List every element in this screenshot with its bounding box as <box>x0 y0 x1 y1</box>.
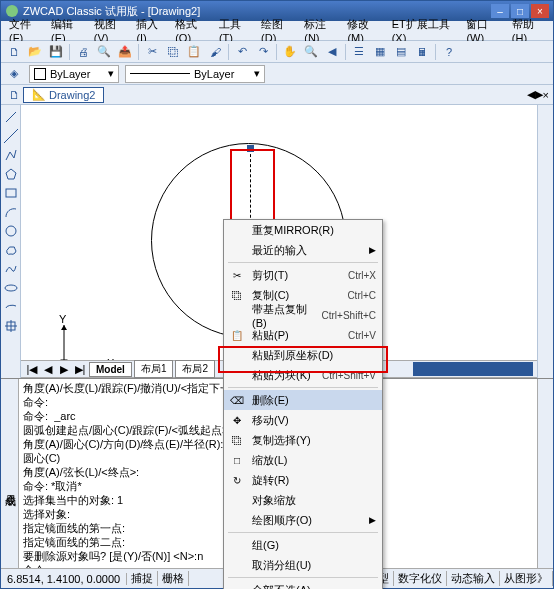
layout-tab-1[interactable]: 布局1 <box>134 360 174 378</box>
open-icon[interactable]: 📂 <box>26 43 44 61</box>
doc-name: Drawing2 <box>49 89 95 101</box>
linetype-dropdown[interactable]: ByLayer ▾ <box>125 65 265 83</box>
pan-icon[interactable]: ✋ <box>281 43 299 61</box>
menu-item-label: 全部不选(A) <box>252 583 311 590</box>
menu-separator <box>228 387 378 388</box>
spline-icon[interactable] <box>3 261 19 277</box>
properties-icon[interactable]: ☰ <box>350 43 368 61</box>
publish-icon[interactable]: 📤 <box>116 43 134 61</box>
new-icon[interactable]: 🗋 <box>5 43 23 61</box>
match-icon[interactable]: 🖌 <box>206 43 224 61</box>
color-label: ByLayer <box>50 68 90 80</box>
menu-item-label: 重复MIRROR(R) <box>252 223 334 238</box>
context-menu-item[interactable]: 粘贴到原坐标(D) <box>224 345 382 365</box>
rect-icon[interactable] <box>3 185 19 201</box>
revcloud-icon[interactable] <box>3 242 19 258</box>
context-menu-item[interactable]: 最近的输入▶ <box>224 240 382 260</box>
svg-point-6 <box>5 285 17 291</box>
svg-marker-3 <box>6 169 16 179</box>
tab-last-icon[interactable]: ▶| <box>73 363 87 376</box>
submenu-arrow-icon: ▶ <box>369 515 376 525</box>
tab-first-icon[interactable]: |◀ <box>25 363 39 376</box>
copy-icon[interactable]: ⿻ <box>164 43 182 61</box>
context-menu-item[interactable]: 重复MIRROR(R) <box>224 220 382 240</box>
context-menu-item[interactable]: 组(G) <box>224 535 382 555</box>
tab-close-icon[interactable]: × <box>543 89 549 101</box>
toolpalettes-icon[interactable]: ▤ <box>392 43 410 61</box>
menu-hotkey: Ctrl+V <box>348 330 376 341</box>
context-menu-item[interactable]: 取消分组(U) <box>224 555 382 575</box>
tab-nav-left-icon[interactable]: ◀ <box>527 88 535 101</box>
cmd-vscroll[interactable] <box>537 379 553 589</box>
status-more[interactable]: 从图形》 <box>500 571 553 586</box>
doc-icon: 🗋 <box>5 86 23 104</box>
xline-icon[interactable] <box>3 128 19 144</box>
color-dropdown[interactable]: ByLayer ▾ <box>29 65 119 83</box>
line-icon[interactable] <box>3 109 19 125</box>
context-menu-item[interactable]: 粘贴为块(K)Ctrl+Shift+V <box>224 365 382 385</box>
cut-icon[interactable]: ✂ <box>143 43 161 61</box>
arc-icon[interactable] <box>3 204 19 220</box>
context-menu-item[interactable]: ✂剪切(T)Ctrl+X <box>224 265 382 285</box>
context-menu: 重复MIRROR(R)最近的输入▶✂剪切(T)Ctrl+X⿻复制(C)Ctrl+… <box>223 219 383 589</box>
zoom-icon[interactable]: 🔍 <box>302 43 320 61</box>
designcenter-icon[interactable]: ▦ <box>371 43 389 61</box>
context-menu-item[interactable]: 对象缩放 <box>224 490 382 510</box>
zoom-prev-icon[interactable]: ◀ <box>323 43 341 61</box>
menu-item-icon: ↻ <box>230 473 244 487</box>
menu-item-icon: ⿻ <box>230 433 244 447</box>
context-menu-item[interactable]: 带基点复制(B)Ctrl+Shift+C <box>224 305 382 325</box>
print-icon[interactable]: 🖨 <box>74 43 92 61</box>
menu-item-label: 粘贴到原坐标(D) <box>252 348 333 363</box>
context-menu-item[interactable]: ⌫删除(E) <box>224 390 382 410</box>
redo-icon[interactable]: ↷ <box>254 43 272 61</box>
status-dyn[interactable]: 动态输入 <box>447 571 500 586</box>
status-snap[interactable]: 捕捉 <box>127 571 158 586</box>
menu-item-label: 粘贴为块(K) <box>252 368 311 383</box>
ellipsearc-icon[interactable] <box>3 299 19 315</box>
status-digit[interactable]: 数字化仪 <box>394 571 447 586</box>
status-grid[interactable]: 栅格 <box>158 571 189 586</box>
menu-separator <box>228 532 378 533</box>
svg-line-1 <box>6 112 16 122</box>
layer-icon[interactable]: ◈ <box>5 65 23 83</box>
menu-hotkey: Ctrl+C <box>347 290 376 301</box>
context-menu-item[interactable]: 绘图顺序(O)▶ <box>224 510 382 530</box>
menu-hotkey: Ctrl+X <box>348 270 376 281</box>
paste-icon[interactable]: 📋 <box>185 43 203 61</box>
menu-item-label: 复制(C) <box>252 288 289 303</box>
context-menu-item[interactable]: 全部不选(A) <box>224 580 382 589</box>
tab-prev-icon[interactable]: ◀ <box>41 363 55 376</box>
vertical-scrollbar[interactable] <box>537 105 553 378</box>
context-menu-item[interactable]: ✥移动(V) <box>224 410 382 430</box>
preview-icon[interactable]: 🔍 <box>95 43 113 61</box>
ellipse-icon[interactable] <box>3 280 19 296</box>
menu-item-label: 旋转(R) <box>252 473 289 488</box>
layout-tab-model[interactable]: Model <box>89 362 132 377</box>
undo-icon[interactable]: ↶ <box>233 43 251 61</box>
insert-icon[interactable] <box>3 318 19 334</box>
menu-item-icon: ✥ <box>230 413 244 427</box>
save-icon[interactable]: 💾 <box>47 43 65 61</box>
status-coords: 6.8514, 1.4100, 0.0000 <box>1 573 127 585</box>
menu-item-icon: ⿻ <box>230 288 244 302</box>
context-menu-item[interactable]: 📋粘贴(P)Ctrl+V <box>224 325 382 345</box>
tab-nav-right-icon[interactable]: ▶ <box>535 88 543 101</box>
context-menu-item[interactable]: ↻旋转(R) <box>224 470 382 490</box>
pline-icon[interactable] <box>3 147 19 163</box>
menu-item-icon: ✂ <box>230 268 244 282</box>
context-menu-item[interactable]: ⿻复制选择(Y) <box>224 430 382 450</box>
chevron-down-icon: ▾ <box>108 67 114 80</box>
help-icon[interactable]: ? <box>440 43 458 61</box>
tab-next-icon[interactable]: ▶ <box>57 363 71 376</box>
calc-icon[interactable]: 🖩 <box>413 43 431 61</box>
context-menu-item[interactable]: □缩放(L) <box>224 450 382 470</box>
menu-item-label: 取消分组(U) <box>252 558 311 573</box>
svg-point-5 <box>6 226 16 236</box>
draw-toolbar <box>1 105 21 378</box>
layout-tab-2[interactable]: 布局2 <box>175 360 215 378</box>
document-tab[interactable]: 📐 Drawing2 <box>23 87 104 103</box>
polygon-icon[interactable] <box>3 166 19 182</box>
hscroll-track[interactable] <box>413 362 533 376</box>
circle-icon[interactable] <box>3 223 19 239</box>
